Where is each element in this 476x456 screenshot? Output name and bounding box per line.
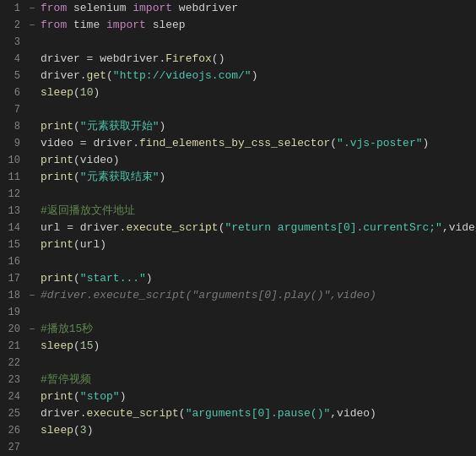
code-content: sleep(15) bbox=[37, 338, 476, 355]
code-token: ) bbox=[120, 390, 127, 403]
line-number: 19 bbox=[0, 304, 27, 321]
line-number: 25 bbox=[0, 405, 27, 422]
line-number: 10 bbox=[0, 152, 27, 169]
code-line: 18−#driver.execute_script("arguments[0].… bbox=[0, 287, 476, 304]
code-token: #播放15秒 bbox=[41, 323, 93, 335]
line-number: 2 bbox=[0, 17, 27, 34]
code-line: 11print("元素获取结束") bbox=[0, 169, 476, 186]
code-line: 5driver.get("http://videojs.com/") bbox=[0, 68, 476, 84]
code-line: 14url = driver.execute_script("return ar… bbox=[0, 220, 476, 236]
code-token: video = driver. bbox=[41, 137, 139, 149]
code-line: 27 bbox=[0, 439, 476, 456]
code-token: ) bbox=[252, 69, 258, 82]
code-token: print bbox=[41, 154, 73, 166]
code-content: driver.execute_script("arguments[0].paus… bbox=[37, 405, 476, 422]
code-token: ) bbox=[93, 339, 100, 352]
code-token: selenium bbox=[67, 2, 133, 14]
code-token: print bbox=[41, 272, 73, 285]
code-token: print bbox=[41, 390, 73, 403]
code-content: url = driver.execute_script("return argu… bbox=[37, 220, 476, 236]
code-token: ( bbox=[73, 86, 80, 99]
code-token: ) bbox=[146, 272, 153, 285]
code-token: import bbox=[106, 19, 146, 31]
code-token: #暂停视频 bbox=[41, 373, 91, 386]
line-number: 13 bbox=[0, 203, 27, 220]
code-token: ( bbox=[73, 390, 80, 403]
code-token: execute_script bbox=[126, 221, 218, 234]
line-number: 23 bbox=[0, 372, 27, 388]
code-token: url = driver. bbox=[41, 221, 126, 234]
line-number: 3 bbox=[0, 34, 27, 51]
code-token: "http://videojs.com/" bbox=[113, 69, 252, 82]
fold-indicator[interactable]: − bbox=[27, 321, 37, 338]
code-content: video = driver.find_elements_by_css_sele… bbox=[37, 135, 476, 152]
code-line: 10print(video) bbox=[0, 152, 476, 169]
code-token: print bbox=[41, 238, 73, 251]
code-token: execute_script bbox=[87, 407, 179, 420]
code-token: ) bbox=[159, 120, 165, 133]
code-content: print("元素获取开始") bbox=[37, 118, 476, 135]
code-line: 13#返回播放文件地址 bbox=[0, 203, 476, 220]
code-token: driver. bbox=[41, 407, 87, 420]
code-token: "return arguments[0].currentSrc;" bbox=[224, 221, 441, 234]
line-number: 27 bbox=[0, 439, 27, 456]
code-token: ".vjs-poster" bbox=[337, 137, 422, 149]
code-content: from time import sleep bbox=[37, 17, 476, 34]
code-token: (video) bbox=[73, 154, 120, 166]
code-line: 15print(url) bbox=[0, 236, 476, 253]
code-content: print(video) bbox=[37, 152, 476, 169]
code-token: 15 bbox=[80, 339, 94, 352]
code-content: print(url) bbox=[37, 236, 476, 253]
code-token: "stop" bbox=[80, 390, 120, 403]
line-number: 8 bbox=[0, 118, 27, 135]
code-line: 12 bbox=[0, 186, 476, 203]
fold-indicator[interactable]: − bbox=[27, 287, 37, 304]
code-line: 4driver = webdriver.Firefox() bbox=[0, 51, 476, 68]
line-number: 9 bbox=[0, 135, 27, 152]
code-line: 1−from selenium import webdriver bbox=[0, 0, 476, 17]
code-token: "元素获取结束" bbox=[80, 171, 160, 183]
code-token: #返回播放文件地址 bbox=[41, 204, 135, 217]
code-line: 19 bbox=[0, 304, 476, 321]
line-number: 17 bbox=[0, 270, 27, 287]
code-token: ( bbox=[73, 272, 80, 285]
code-token: ( bbox=[179, 407, 186, 420]
code-token: ) bbox=[159, 171, 165, 183]
code-content: sleep(3) bbox=[37, 422, 476, 439]
line-number: 24 bbox=[0, 388, 27, 405]
line-number: 20 bbox=[0, 321, 27, 338]
line-number: 22 bbox=[0, 355, 27, 372]
code-content: print("元素获取结束") bbox=[37, 169, 476, 186]
code-line: 9video = driver.find_elements_by_css_sel… bbox=[0, 135, 476, 152]
code-token: #driver.execute_script("arguments[0].pla… bbox=[41, 289, 376, 301]
code-line: 7 bbox=[0, 101, 476, 118]
code-token: sleep bbox=[41, 339, 73, 352]
line-number: 4 bbox=[0, 51, 27, 68]
code-editor: 1−from selenium import webdriver2−from t… bbox=[0, 0, 476, 456]
code-token: sleep bbox=[41, 86, 73, 99]
code-line: 2−from time import sleep bbox=[0, 17, 476, 34]
code-token: driver. bbox=[41, 69, 87, 82]
code-token: "arguments[0].pause()" bbox=[186, 407, 331, 420]
line-number: 21 bbox=[0, 338, 27, 355]
code-token: () bbox=[212, 52, 225, 65]
code-token: sleep bbox=[146, 19, 186, 31]
code-token: print bbox=[41, 171, 73, 183]
code-line: 20−#播放15秒 bbox=[0, 321, 476, 338]
code-content: from selenium import webdriver bbox=[37, 0, 476, 17]
code-token: "start..." bbox=[80, 272, 146, 285]
code-token: ( bbox=[73, 424, 80, 437]
fold-indicator[interactable]: − bbox=[27, 17, 37, 34]
code-token: ,video) bbox=[330, 407, 376, 420]
line-number: 5 bbox=[0, 68, 27, 84]
code-token: 10 bbox=[80, 86, 94, 99]
code-token: from bbox=[41, 2, 67, 14]
code-token: sleep bbox=[41, 424, 73, 437]
code-line: 17print("start...") bbox=[0, 270, 476, 287]
fold-indicator[interactable]: − bbox=[27, 0, 37, 17]
code-token: 3 bbox=[80, 424, 87, 437]
line-number: 11 bbox=[0, 169, 27, 186]
line-number: 18 bbox=[0, 287, 27, 304]
code-content: sleep(10) bbox=[37, 84, 476, 101]
line-number: 16 bbox=[0, 253, 27, 270]
